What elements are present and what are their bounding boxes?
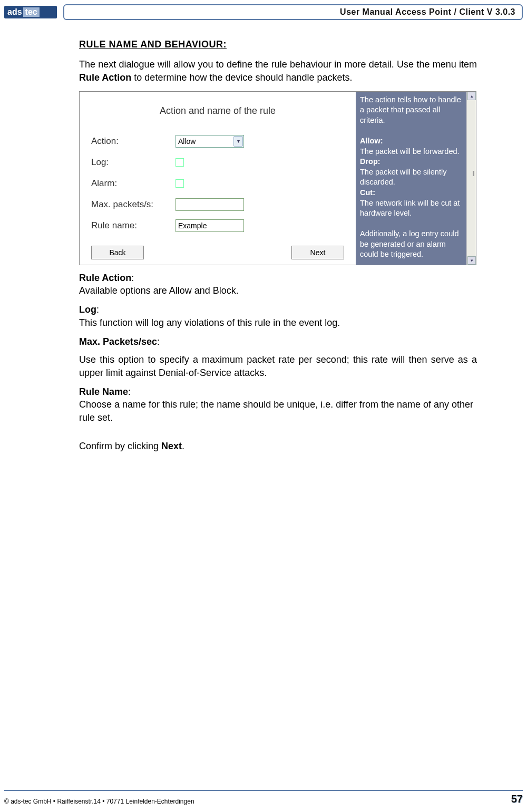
section-heading: RULE NAME AND BEHAVIOUR: [79,38,477,51]
alarm-checkbox[interactable] [175,179,184,188]
intro-bold: Rule Action [79,72,131,83]
help-cut-t: The network link will be cut at hardware… [360,198,462,219]
row-rulename: Rule name: [91,215,356,236]
row-alarm: Alarm: [91,173,356,194]
desc-name: Rule Name: Choose a name for this rule; … [79,385,477,424]
desc-log: Log: This function will log any violatio… [79,303,477,329]
help-line-3: You may define a maximum number of packe… [360,270,462,301]
help-cut-h: Cut: [360,188,462,198]
rulename-input[interactable] [175,219,244,232]
scroll-thumb[interactable] [473,171,474,176]
confirm-pre: Confirm by clicking [79,441,161,451]
back-button[interactable]: Back [91,246,144,259]
dialog-main: Action and name of the rule Action: ▾ Lo… [80,92,356,265]
next-button[interactable]: Next [291,246,344,259]
row-log: Log: [91,152,356,173]
desc-max-h: Max. Packets/sec [79,336,157,347]
desc-rule-action-t: Available options are Allow and Block. [79,285,239,296]
footer-copyright: © ads-tec GmbH • Raiffeisenstr.14 • 7077… [4,798,194,805]
intro-paragraph: The next dialogue will allow you to defi… [79,58,477,84]
help-allow-h: Allow: [360,136,462,147]
help-line-2: Additionally, a log entry could be gener… [360,229,462,260]
label-maxpkts: Max. packets/s: [91,199,175,211]
desc-name-h: Rule Name [79,386,128,397]
confirm-post: . [182,441,184,451]
help-drop-h: Drop: [360,157,462,167]
dialog-screenshot: Action and name of the rule Action: ▾ Lo… [79,91,476,265]
label-action: Action: [91,136,175,148]
desc-name-t: Choose a name for this rule; the name sh… [79,399,473,422]
desc-rule-action-h: Rule Action [79,273,131,283]
row-maxpkts: Max. packets/s: [91,194,356,215]
label-log: Log: [91,157,175,169]
chevron-down-icon[interactable]: ▾ [233,136,243,147]
row-action: Action: ▾ [91,131,356,152]
page-header: adstec User Manual Access Point / Client… [4,3,523,21]
help-allow-t: The packet will be forwarded. [360,147,462,157]
desc-max-t: Use this option to specify a maximum pac… [79,353,477,379]
help-line-1: The action tells how to handle a packet … [360,95,462,126]
help-drop-t: The packet will be silently discarded. [360,167,462,188]
log-checkbox[interactable] [175,158,184,167]
page-footer: © ads-tec GmbH • Raiffeisenstr.14 • 7077… [4,790,523,806]
scroll-down-icon[interactable]: ▾ [467,256,476,265]
confirm-bold: Next [161,441,182,451]
logo-left: ads [7,7,22,17]
header-title-frame: User Manual Access Point / Client V 3.0.… [63,4,523,20]
maxpkts-input[interactable] [175,198,244,211]
label-alarm: Alarm: [91,178,175,190]
logo-right: tec [23,7,40,17]
scroll-up-icon[interactable]: ▴ [467,92,476,100]
dialog-help-panel: The action tells how to handle a packet … [356,92,476,265]
footer-page-number: 57 [511,793,523,805]
intro-post: to determine how the device should handl… [131,72,352,83]
intro-pre: The next dialogue will allow you to defi… [79,59,477,70]
desc-max: Max. Packets/sec: Use this option to spe… [79,335,477,379]
header-title: User Manual Access Point / Client V 3.0.… [340,7,515,17]
content-area: RULE NAME AND BEHAVIOUR: The next dialog… [79,38,477,452]
help-scrollbar[interactable]: ▴ ▾ [466,92,476,265]
confirm-line: Confirm by clicking Next. [79,440,477,452]
desc-log-t: This function will log any violations of… [79,317,340,328]
dialog-title: Action and name of the rule [80,104,356,117]
logo: adstec [4,6,57,18]
desc-log-h: Log [79,304,96,315]
label-rulename: Rule name: [91,220,175,232]
